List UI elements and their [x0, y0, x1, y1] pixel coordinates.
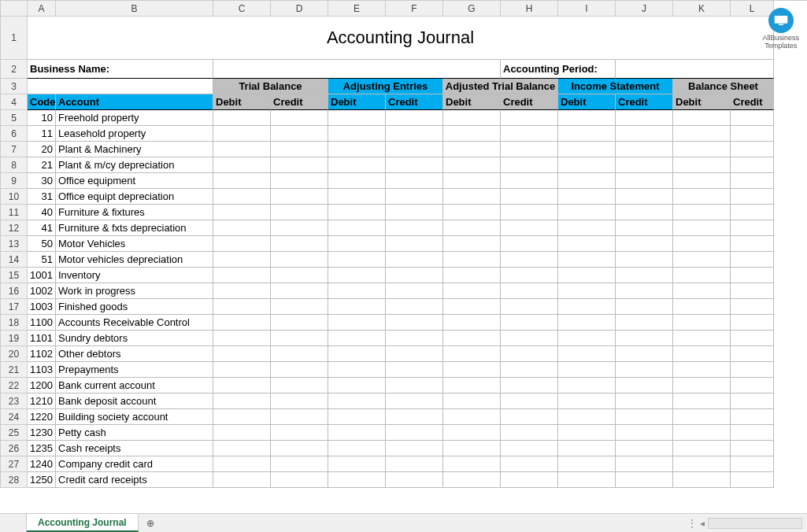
cell-value[interactable] [616, 142, 673, 157]
row-header-5[interactable]: 5 [1, 110, 28, 126]
row-header-10[interactable]: 10 [1, 189, 28, 205]
cell-code[interactable]: 1200 [28, 378, 56, 393]
cell-value[interactable] [616, 299, 673, 315]
cell-code[interactable]: 1003 [28, 299, 56, 315]
cell-value[interactable] [271, 393, 328, 409]
cell-value[interactable] [731, 173, 774, 189]
cell-account[interactable]: Other debtors [56, 346, 213, 362]
cell-value[interactable] [731, 205, 774, 220]
cell-value[interactable] [271, 142, 328, 157]
cell-account[interactable]: Cash receipts [56, 441, 213, 456]
cell-value[interactable] [443, 393, 501, 409]
row-header-4[interactable]: 4 [1, 94, 28, 110]
row-header-11[interactable]: 11 [1, 205, 28, 220]
cell-value[interactable] [386, 346, 443, 362]
cell-value[interactable] [616, 252, 673, 268]
cell-value[interactable] [271, 378, 328, 393]
accounting-period-field[interactable] [616, 60, 774, 79]
cell-value[interactable] [271, 205, 328, 220]
cell-account[interactable]: Accounts Receivable Control [56, 315, 213, 331]
cell-value[interactable] [616, 425, 673, 441]
cell-code[interactable]: 20 [28, 142, 56, 157]
cell-code[interactable]: 1210 [28, 393, 56, 409]
cell-value[interactable] [558, 409, 616, 425]
cell-value[interactable] [271, 173, 328, 189]
cell-value[interactable] [271, 126, 328, 142]
cell-value[interactable] [328, 173, 386, 189]
row-header-12[interactable]: 12 [1, 220, 28, 236]
cell-value[interactable] [558, 173, 616, 189]
cell-value[interactable] [386, 425, 443, 441]
cell-value[interactable] [673, 236, 731, 252]
cell-value[interactable] [731, 425, 774, 441]
cell-value[interactable] [731, 378, 774, 393]
cell-value[interactable] [558, 472, 616, 488]
cell-value[interactable] [616, 236, 673, 252]
cell-value[interactable] [328, 252, 386, 268]
cell-value[interactable] [558, 205, 616, 220]
cell-value[interactable] [501, 189, 558, 205]
cell-value[interactable] [558, 441, 616, 456]
cell-code[interactable]: 31 [28, 189, 56, 205]
cell-value[interactable] [673, 472, 731, 488]
cell-value[interactable] [501, 346, 558, 362]
cell-code[interactable]: 1100 [28, 315, 56, 331]
cell-value[interactable] [213, 441, 271, 456]
cell-value[interactable] [558, 362, 616, 378]
cell-account[interactable]: Bank deposit account [56, 393, 213, 409]
cell-value[interactable] [328, 331, 386, 346]
cell-value[interactable] [213, 456, 271, 472]
cell-value[interactable] [328, 472, 386, 488]
cell-value[interactable] [501, 142, 558, 157]
cell-account[interactable]: Petty cash [56, 425, 213, 441]
cell-value[interactable] [386, 142, 443, 157]
cell-value[interactable] [731, 299, 774, 315]
cell-value[interactable] [328, 142, 386, 157]
cell-value[interactable] [213, 283, 271, 299]
cell-value[interactable] [443, 299, 501, 315]
cell-value[interactable] [731, 236, 774, 252]
cell-code[interactable]: 11 [28, 126, 56, 142]
cell-value[interactable] [673, 142, 731, 157]
cell-value[interactable] [271, 315, 328, 331]
cell-value[interactable] [443, 110, 501, 126]
cell-value[interactable] [386, 157, 443, 173]
cell-code[interactable]: 30 [28, 173, 56, 189]
cell-value[interactable] [328, 236, 386, 252]
cell-value[interactable] [328, 456, 386, 472]
cell-value[interactable] [271, 425, 328, 441]
cell-value[interactable] [673, 299, 731, 315]
cell-value[interactable] [673, 346, 731, 362]
cell-value[interactable] [443, 331, 501, 346]
cell-value[interactable] [213, 393, 271, 409]
cell-code[interactable]: 10 [28, 110, 56, 126]
row-header-13[interactable]: 13 [1, 236, 28, 252]
col-header-J[interactable]: J [616, 1, 673, 17]
cell-value[interactable] [501, 299, 558, 315]
cell-value[interactable] [501, 331, 558, 346]
cell-value[interactable] [386, 362, 443, 378]
cell-value[interactable] [443, 236, 501, 252]
cell-value[interactable] [616, 205, 673, 220]
cell-value[interactable] [328, 157, 386, 173]
cell-value[interactable] [616, 331, 673, 346]
cell-value[interactable] [501, 425, 558, 441]
cell-value[interactable] [443, 472, 501, 488]
cell-value[interactable] [558, 425, 616, 441]
cell-value[interactable] [673, 315, 731, 331]
cell-value[interactable] [616, 189, 673, 205]
row-header-26[interactable]: 26 [1, 441, 28, 456]
row-header-3[interactable]: 3 [1, 79, 28, 94]
cell-value[interactable] [616, 346, 673, 362]
cell-value[interactable] [673, 425, 731, 441]
cell-value[interactable] [558, 157, 616, 173]
cell-value[interactable] [328, 378, 386, 393]
cell-account[interactable]: Furniture & fixtures [56, 205, 213, 220]
cell-value[interactable] [386, 189, 443, 205]
cell-value[interactable] [328, 110, 386, 126]
cell-value[interactable] [443, 173, 501, 189]
cell-code[interactable]: 51 [28, 252, 56, 268]
cell-value[interactable] [673, 283, 731, 299]
cell-value[interactable] [501, 283, 558, 299]
cell-value[interactable] [328, 315, 386, 331]
